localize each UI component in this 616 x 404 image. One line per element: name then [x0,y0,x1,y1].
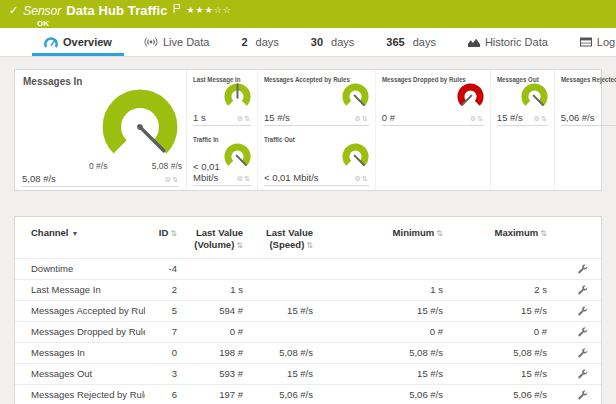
gauge-cell-empty [376,130,491,190]
channel-settings-button[interactable] [555,258,601,279]
gauge-dial [456,82,485,111]
priority-stars[interactable]: ★★★☆☆ [187,5,232,15]
table-row[interactable]: Last Message In21 s1 s2 s [15,279,601,300]
gauge-messages-dropped[interactable]: Messages Dropped by Rules 0 # ⚙⇅ [376,70,491,130]
table-row[interactable]: Messages In0198 #5,08 #/s5,08 #/s5,08 #/… [15,342,601,363]
gauge-mini-icons[interactable]: ⚙⇅ [237,115,251,123]
column-header-id[interactable]: ID⇅ [145,222,185,258]
cell-max: 15 #/s [451,363,555,384]
channel-settings-button[interactable] [555,342,601,363]
column-header-last-value-volume[interactable]: Last Value (Volume)⇅ [185,222,251,258]
cell-id: 0 [145,342,185,363]
table-row[interactable]: Messages Rejected by Rules6197 #5,06 #/s… [15,384,601,404]
gauge-traffic-in[interactable]: Traffic In < 0,01 Mbit/s ⚙⇅ [187,130,258,190]
cell-min: 0 # [321,321,451,342]
cell-max: 5,08 #/s [451,342,555,363]
channel-settings-button[interactable] [555,321,601,342]
sort-icon[interactable]: ⇅ [306,241,313,250]
cell-speed: 15 #/s [251,363,321,384]
channel-settings-button[interactable] [555,384,601,404]
gear-mini-icon: ⚙ [534,115,541,122]
tab-30-days[interactable]: 30days [295,28,371,56]
gauge-messages-rejected[interactable]: Messages Rejected by Rules 5,06 #/s ⚙⇅ [555,70,616,130]
sort-desc-icon[interactable]: ▼ [71,230,78,237]
table-row[interactable]: Messages Accepted by Rules5594 #15 #/s15… [15,300,601,321]
sort-icon[interactable]: ⇅ [236,241,243,250]
compare-mini-icon: ⇅ [541,115,548,122]
page-title: Data Hub Traffic [66,3,167,18]
gauge-value: < 0,01 Mbit/s [264,172,319,183]
gear-mini-icon: ⚙ [237,175,244,182]
sort-icon[interactable]: ⇅ [436,229,443,238]
compare-mini-icon: ⇅ [244,175,251,182]
cell-id: 7 [145,321,185,342]
compare-mini-icon: ⇅ [477,115,484,122]
cell-min [321,258,451,279]
cell-id: 2 [145,279,185,300]
cell-volume [185,258,251,279]
table-row[interactable]: Messages Out3593 #15 #/s15 #/s15 #/s [15,363,601,384]
gauge-dial [96,83,184,171]
gauge-mini-icons[interactable]: ⚙⇅ [165,176,179,184]
cell-volume: 197 # [185,384,251,404]
tab-2-days[interactable]: 2days [225,28,294,56]
cell-max: 5,06 #/s [451,384,555,404]
gauge-icon [44,37,58,48]
gauge-scale-min: 0 #/s [89,161,107,171]
cell-speed [251,321,321,342]
column-header-channel[interactable]: Channel▼ [15,222,145,258]
gauge-traffic-out[interactable]: Traffic Out < 0,01 Mbit/s ⚙⇅ [258,130,376,190]
status-check-icon: ✓ [9,4,18,17]
column-label: Minimum [393,227,435,238]
table-row[interactable]: Messages Dropped by Rules70 #0 #0 # [15,321,601,342]
gauge-cell-empty [555,130,616,190]
channel-table-body: Downtime-4Last Message In21 s1 s2 sMessa… [15,258,601,404]
cell-max: 0 # [451,321,555,342]
historic-chart-icon [468,37,480,47]
tab-unit: days [413,36,436,48]
gauge-mini-icons[interactable]: ⚙⇅ [470,115,484,123]
column-header-actions [555,222,601,258]
sort-icon[interactable]: ⇅ [540,229,547,238]
table-row[interactable]: Downtime-4 [15,258,601,279]
cell-channel: Messages Rejected by Rules [15,384,145,404]
tab-overview[interactable]: Overview [28,28,128,56]
cell-max: 15 #/s [451,300,555,321]
column-header-minimum[interactable]: Minimum⇅ [321,222,451,258]
tab-historic-data[interactable]: Historic Data [452,28,564,56]
tab-365-days[interactable]: 365days [370,28,452,56]
cell-channel: Downtime [15,258,145,279]
gauges-panel: Messages In 0 #/s 5,08 #/s 5,08 #/s ⚙⇅ L… [14,69,602,191]
tab-live-data[interactable]: Live Data [128,28,225,56]
gauge-mini-icons[interactable]: ⚙⇅ [534,115,548,123]
cell-max [451,258,555,279]
channel-settings-button[interactable] [555,300,601,321]
tab-log[interactable]: Log [564,28,616,56]
gauge-value: 5,08 #/s [22,173,56,184]
gauge-value: 0 # [382,112,395,123]
tab-unit: days [331,36,354,48]
flag-icon[interactable] [173,4,180,13]
column-label: ID [159,227,169,238]
channel-settings-button[interactable] [555,363,601,384]
compare-mini-icon: ⇅ [244,115,251,122]
column-header-last-value-speed[interactable]: Last Value (Speed)⇅ [251,222,321,258]
cell-id: 6 [145,384,185,404]
gauge-last-message-in[interactable]: Last Message In 1 s ⚙⇅ [187,70,258,130]
gauge-messages-in[interactable]: Messages In 0 #/s 5,08 #/s 5,08 #/s ⚙⇅ [15,70,187,190]
gear-mini-icon: ⚙ [355,115,362,122]
channel-settings-button[interactable] [555,279,601,300]
gauge-messages-accepted[interactable]: Messages Accepted by Rules 15 #/s ⚙⇅ [258,70,376,130]
column-header-maximum[interactable]: Maximum⇅ [451,222,555,258]
tab-number: 2 [241,36,247,48]
channel-table: Channel▼ ID⇅ Last Value (Volume)⇅ Last V… [15,222,601,404]
cell-id: 5 [145,300,185,321]
sort-icon[interactable]: ⇅ [170,229,177,238]
gauge-mini-icons[interactable]: ⚙⇅ [355,115,369,123]
gauge-mini-icons[interactable]: ⚙⇅ [237,175,251,183]
gauge-messages-out[interactable]: Messages Out 15 #/s ⚙⇅ [491,70,555,130]
cell-speed [251,258,321,279]
cell-min: 15 #/s [321,300,451,321]
cell-speed: 5,06 #/s [251,384,321,404]
gauge-mini-icons[interactable]: ⚙⇅ [355,175,369,183]
